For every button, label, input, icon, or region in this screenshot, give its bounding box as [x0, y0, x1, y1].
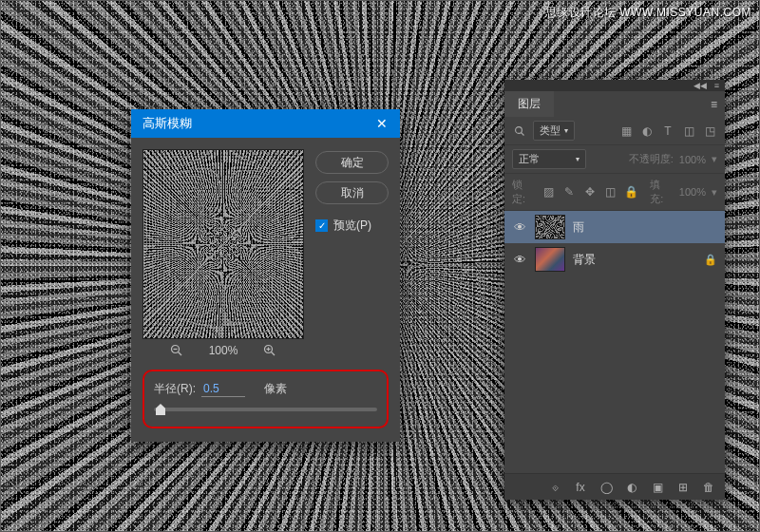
- layer-thumbnail[interactable]: [535, 247, 565, 272]
- filter-type-icon[interactable]: T: [660, 124, 675, 139]
- lock-move-icon[interactable]: ✥: [582, 184, 598, 200]
- watermark-text: 思缘设计论坛 WWW.MISSYUAN.COM: [545, 5, 752, 21]
- layer-row[interactable]: 👁 背景 🔒: [504, 243, 725, 276]
- cancel-button[interactable]: 取消: [315, 181, 389, 204]
- slider-thumb[interactable]: [156, 404, 165, 415]
- lock-image-icon[interactable]: ▨: [542, 184, 557, 200]
- delete-layer-icon[interactable]: 🗑: [702, 481, 715, 494]
- radius-label: 半径(R):: [154, 381, 196, 397]
- gaussian-blur-dialog: 高斯模糊 ✕ 100% 确定 取消: [131, 109, 400, 442]
- layers-tab[interactable]: 图层: [504, 91, 554, 117]
- filter-type-select[interactable]: 类型▾: [533, 121, 575, 141]
- lock-all-icon[interactable]: 🔒: [624, 184, 639, 200]
- dialog-titlebar[interactable]: 高斯模糊 ✕: [131, 109, 400, 138]
- radius-unit: 像素: [264, 381, 287, 397]
- panel-menu-icon[interactable]: ≡: [703, 98, 725, 111]
- layer-mask-icon[interactable]: ◯: [599, 481, 613, 494]
- layer-name[interactable]: 雨: [573, 219, 584, 236]
- preview-checkbox[interactable]: ✓: [315, 219, 328, 232]
- ok-button[interactable]: 确定: [315, 151, 389, 174]
- search-icon[interactable]: [512, 124, 527, 139]
- blend-mode-select[interactable]: 正常▾: [512, 149, 586, 169]
- filter-smart-icon[interactable]: ◳: [702, 124, 717, 139]
- opacity-value[interactable]: 100%: [679, 154, 706, 165]
- opacity-label: 不透明度:: [629, 152, 674, 166]
- visibility-icon[interactable]: 👁: [512, 219, 527, 235]
- preview-checkbox-label: 预览(P): [333, 218, 371, 234]
- close-icon[interactable]: ✕: [364, 109, 400, 138]
- zoom-in-icon[interactable]: [262, 343, 277, 358]
- svg-line-8: [522, 132, 524, 135]
- filter-shape-icon[interactable]: ◫: [681, 124, 696, 139]
- radius-slider[interactable]: [154, 408, 377, 411]
- filter-adjust-icon[interactable]: ◐: [639, 124, 655, 139]
- adjustment-layer-icon[interactable]: ◐: [625, 481, 638, 494]
- zoom-out-icon[interactable]: [169, 343, 184, 358]
- lock-icon[interactable]: 🔒: [704, 254, 717, 266]
- radius-input[interactable]: [201, 381, 245, 397]
- filter-pixel-icon[interactable]: ▦: [618, 124, 634, 139]
- group-icon[interactable]: ▣: [651, 481, 664, 494]
- fill-label: 填充:: [650, 178, 674, 206]
- zoom-level: 100%: [209, 344, 238, 357]
- layer-thumbnail[interactable]: [535, 215, 565, 239]
- dialog-title: 高斯模糊: [142, 115, 192, 132]
- panel-collapse-bar[interactable]: ◀◀≡: [504, 80, 725, 91]
- layer-list: 👁 雨 👁 背景 🔒: [504, 211, 725, 473]
- radius-highlight: 半径(R): 像素: [142, 370, 389, 428]
- link-layers-icon[interactable]: ⟐: [548, 481, 561, 494]
- svg-line-4: [272, 352, 276, 356]
- new-layer-icon[interactable]: ⊞: [676, 481, 690, 494]
- fill-value[interactable]: 100%: [679, 186, 706, 198]
- preview-image[interactable]: [142, 149, 304, 339]
- layers-panel: ◀◀≡ 图层 ≡ 类型▾ ▦ ◐ T ◫ ◳ 正常▾ 不透明度: 100% ▾ …: [504, 80, 725, 500]
- lock-artboard-icon[interactable]: ◫: [603, 184, 618, 200]
- visibility-icon[interactable]: 👁: [512, 252, 527, 267]
- svg-line-1: [178, 352, 181, 356]
- layer-name[interactable]: 背景: [573, 252, 596, 268]
- layer-style-icon[interactable]: fx: [574, 481, 587, 494]
- lock-brush-icon[interactable]: ✎: [561, 184, 577, 200]
- lock-label: 锁定:: [512, 178, 536, 206]
- svg-point-7: [516, 126, 522, 133]
- layer-row[interactable]: 👁 雨: [504, 211, 725, 243]
